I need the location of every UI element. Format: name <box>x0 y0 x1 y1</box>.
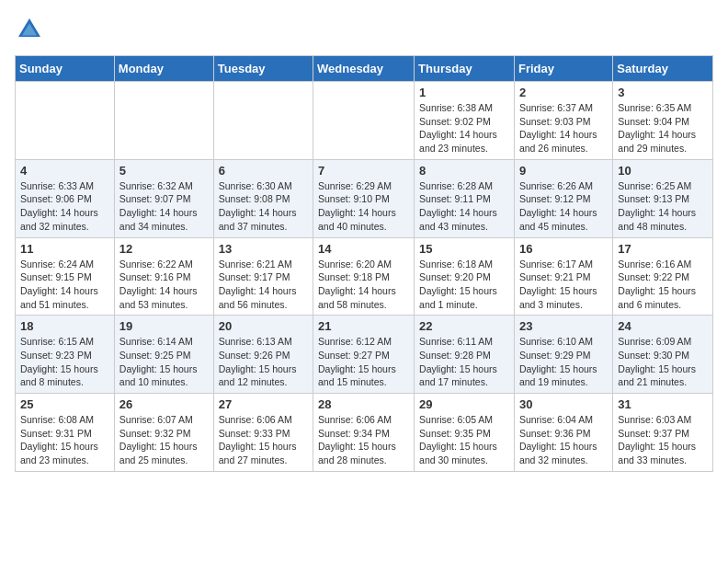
calendar-cell: 10Sunrise: 6:25 AMSunset: 9:13 PMDayligh… <box>613 159 713 237</box>
calendar-cell: 31Sunrise: 6:03 AMSunset: 9:37 PMDayligh… <box>613 394 713 472</box>
day-info: Sunrise: 6:11 AMSunset: 9:28 PMDaylight:… <box>419 335 509 389</box>
day-number: 20 <box>219 319 308 333</box>
logo-icon <box>15 15 44 44</box>
day-number: 22 <box>419 319 509 333</box>
day-info: Sunrise: 6:30 AMSunset: 9:08 PMDaylight:… <box>219 179 308 234</box>
day-number: 7 <box>318 164 409 178</box>
day-info: Sunrise: 6:25 AMSunset: 9:13 PMDaylight:… <box>618 179 708 234</box>
day-info: Sunrise: 6:03 AMSunset: 9:37 PMDaylight:… <box>618 413 708 467</box>
calendar-cell: 25Sunrise: 6:08 AMSunset: 9:31 PMDayligh… <box>16 394 115 472</box>
day-number: 19 <box>119 319 209 333</box>
calendar-header-row: SundayMondayTuesdayWednesdayThursdayFrid… <box>16 56 713 82</box>
calendar-cell: 9Sunrise: 6:26 AMSunset: 9:12 PMDaylight… <box>514 159 612 237</box>
weekday-header-wednesday: Wednesday <box>313 56 415 82</box>
weekday-header-sunday: Sunday <box>16 56 115 82</box>
calendar-cell: 11Sunrise: 6:24 AMSunset: 9:15 PMDayligh… <box>16 237 115 316</box>
day-info: Sunrise: 6:26 AMSunset: 9:12 PMDaylight:… <box>519 179 608 234</box>
day-info: Sunrise: 6:07 AMSunset: 9:32 PMDaylight:… <box>119 413 209 467</box>
day-number: 27 <box>219 397 308 411</box>
calendar-cell: 15Sunrise: 6:18 AMSunset: 9:20 PMDayligh… <box>415 237 515 316</box>
calendar-cell <box>16 82 115 160</box>
day-info: Sunrise: 6:04 AMSunset: 9:36 PMDaylight:… <box>519 413 608 467</box>
day-info: Sunrise: 6:06 AMSunset: 9:34 PMDaylight:… <box>318 413 409 467</box>
day-number: 12 <box>119 242 209 256</box>
day-number: 18 <box>20 319 109 333</box>
weekday-header-thursday: Thursday <box>415 56 515 82</box>
day-info: Sunrise: 6:22 AMSunset: 9:16 PMDaylight:… <box>119 258 209 312</box>
day-info: Sunrise: 6:12 AMSunset: 9:27 PMDaylight:… <box>318 335 409 389</box>
day-number: 24 <box>618 319 708 333</box>
day-number: 11 <box>20 242 109 256</box>
calendar-cell <box>114 82 213 160</box>
day-number: 13 <box>219 242 308 256</box>
calendar-cell: 1Sunrise: 6:38 AMSunset: 9:02 PMDaylight… <box>415 82 515 160</box>
calendar-cell: 20Sunrise: 6:13 AMSunset: 9:26 PMDayligh… <box>213 316 313 394</box>
calendar-cell: 8Sunrise: 6:28 AMSunset: 9:11 PMDaylight… <box>415 159 515 237</box>
weekday-header-tuesday: Tuesday <box>213 56 313 82</box>
day-number: 23 <box>519 319 608 333</box>
calendar-cell: 4Sunrise: 6:33 AMSunset: 9:06 PMDaylight… <box>16 159 115 237</box>
calendar-week-4: 18Sunrise: 6:15 AMSunset: 9:23 PMDayligh… <box>16 316 713 394</box>
day-info: Sunrise: 6:09 AMSunset: 9:30 PMDaylight:… <box>618 335 708 389</box>
day-number: 1 <box>419 86 509 99</box>
day-info: Sunrise: 6:15 AMSunset: 9:23 PMDaylight:… <box>20 335 109 389</box>
calendar-cell: 29Sunrise: 6:05 AMSunset: 9:35 PMDayligh… <box>415 394 515 472</box>
calendar-cell: 26Sunrise: 6:07 AMSunset: 9:32 PMDayligh… <box>114 394 213 472</box>
calendar-cell: 19Sunrise: 6:14 AMSunset: 9:25 PMDayligh… <box>114 316 213 394</box>
day-number: 2 <box>519 86 608 99</box>
day-info: Sunrise: 6:37 AMSunset: 9:03 PMDaylight:… <box>519 101 608 155</box>
day-number: 21 <box>318 319 409 333</box>
day-info: Sunrise: 6:21 AMSunset: 9:17 PMDaylight:… <box>219 258 308 312</box>
calendar-cell: 17Sunrise: 6:16 AMSunset: 9:22 PMDayligh… <box>613 237 713 316</box>
calendar-cell: 22Sunrise: 6:11 AMSunset: 9:28 PMDayligh… <box>415 316 515 394</box>
day-info: Sunrise: 6:29 AMSunset: 9:10 PMDaylight:… <box>318 179 409 234</box>
calendar-cell: 13Sunrise: 6:21 AMSunset: 9:17 PMDayligh… <box>213 237 313 316</box>
calendar-cell: 24Sunrise: 6:09 AMSunset: 9:30 PMDayligh… <box>613 316 713 394</box>
day-info: Sunrise: 6:24 AMSunset: 9:15 PMDaylight:… <box>20 258 109 312</box>
calendar-cell <box>313 82 415 160</box>
day-number: 10 <box>618 164 708 178</box>
day-info: Sunrise: 6:33 AMSunset: 9:06 PMDaylight:… <box>20 179 109 234</box>
page-header <box>15 15 713 44</box>
day-number: 5 <box>119 164 209 178</box>
calendar-cell: 5Sunrise: 6:32 AMSunset: 9:07 PMDaylight… <box>114 159 213 237</box>
calendar-cell: 14Sunrise: 6:20 AMSunset: 9:18 PMDayligh… <box>313 237 415 316</box>
calendar-table: SundayMondayTuesdayWednesdayThursdayFrid… <box>15 55 713 472</box>
day-number: 14 <box>318 242 409 256</box>
logo <box>15 15 48 44</box>
day-info: Sunrise: 6:35 AMSunset: 9:04 PMDaylight:… <box>618 101 708 155</box>
day-info: Sunrise: 6:32 AMSunset: 9:07 PMDaylight:… <box>119 179 209 234</box>
calendar-cell: 21Sunrise: 6:12 AMSunset: 9:27 PMDayligh… <box>313 316 415 394</box>
calendar-week-5: 25Sunrise: 6:08 AMSunset: 9:31 PMDayligh… <box>16 394 713 472</box>
day-number: 8 <box>419 164 509 178</box>
day-info: Sunrise: 6:20 AMSunset: 9:18 PMDaylight:… <box>318 258 409 312</box>
day-number: 30 <box>519 397 608 411</box>
day-number: 15 <box>419 242 509 256</box>
calendar-cell: 28Sunrise: 6:06 AMSunset: 9:34 PMDayligh… <box>313 394 415 472</box>
day-number: 6 <box>219 164 308 178</box>
calendar-cell: 2Sunrise: 6:37 AMSunset: 9:03 PMDaylight… <box>514 82 612 160</box>
day-info: Sunrise: 6:14 AMSunset: 9:25 PMDaylight:… <box>119 335 209 389</box>
day-number: 3 <box>618 86 708 99</box>
day-info: Sunrise: 6:10 AMSunset: 9:29 PMDaylight:… <box>519 335 608 389</box>
day-number: 9 <box>519 164 608 178</box>
calendar-cell: 18Sunrise: 6:15 AMSunset: 9:23 PMDayligh… <box>16 316 115 394</box>
day-number: 16 <box>519 242 608 256</box>
day-info: Sunrise: 6:28 AMSunset: 9:11 PMDaylight:… <box>419 179 509 234</box>
day-info: Sunrise: 6:17 AMSunset: 9:21 PMDaylight:… <box>519 258 608 312</box>
day-info: Sunrise: 6:13 AMSunset: 9:26 PMDaylight:… <box>219 335 308 389</box>
calendar-week-2: 4Sunrise: 6:33 AMSunset: 9:06 PMDaylight… <box>16 159 713 237</box>
day-info: Sunrise: 6:18 AMSunset: 9:20 PMDaylight:… <box>419 258 509 312</box>
weekday-header-saturday: Saturday <box>613 56 713 82</box>
calendar-cell: 12Sunrise: 6:22 AMSunset: 9:16 PMDayligh… <box>114 237 213 316</box>
weekday-header-friday: Friday <box>514 56 612 82</box>
day-number: 26 <box>119 397 209 411</box>
calendar-week-3: 11Sunrise: 6:24 AMSunset: 9:15 PMDayligh… <box>16 237 713 316</box>
calendar-cell: 6Sunrise: 6:30 AMSunset: 9:08 PMDaylight… <box>213 159 313 237</box>
day-info: Sunrise: 6:38 AMSunset: 9:02 PMDaylight:… <box>419 101 509 155</box>
calendar-cell: 30Sunrise: 6:04 AMSunset: 9:36 PMDayligh… <box>514 394 612 472</box>
day-info: Sunrise: 6:05 AMSunset: 9:35 PMDaylight:… <box>419 413 509 467</box>
calendar-cell: 23Sunrise: 6:10 AMSunset: 9:29 PMDayligh… <box>514 316 612 394</box>
calendar-week-1: 1Sunrise: 6:38 AMSunset: 9:02 PMDaylight… <box>16 82 713 160</box>
day-number: 4 <box>20 164 109 178</box>
